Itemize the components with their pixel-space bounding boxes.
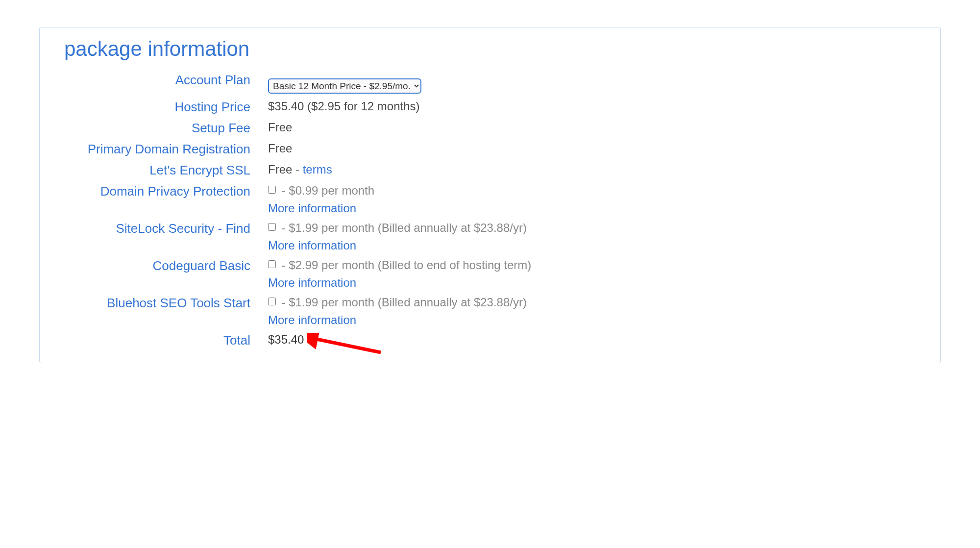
seo-tools-price: - $1.99 per month (Billed annually at $2…	[278, 296, 527, 309]
setup-fee-label: Setup Fee	[64, 119, 250, 136]
total-value: $35.40	[268, 333, 304, 346]
package-information-panel: package information Account Plan Basic 1…	[39, 27, 941, 363]
codeguard-checkbox[interactable]	[268, 260, 276, 268]
codeguard-value: - $2.99 per month (Billed to end of host…	[268, 256, 916, 290]
lets-encrypt-dash: -	[292, 163, 302, 176]
primary-domain-label: Primary Domain Registration	[64, 140, 250, 157]
sitelock-label: SiteLock Security - Find	[64, 219, 250, 236]
setup-fee-value: Free	[268, 119, 916, 134]
account-plan-label: Account Plan	[64, 71, 250, 88]
total-label: Total	[64, 331, 250, 348]
account-plan-select[interactable]: Basic 12 Month Price - $2.95/mo.	[268, 78, 421, 94]
seo-tools-checkbox[interactable]	[268, 298, 276, 305]
codeguard-more-info[interactable]: More information	[268, 276, 916, 290]
primary-domain-value: Free	[268, 140, 916, 155]
arrow-annotation-icon	[307, 333, 386, 357]
seo-tools-value: - $1.99 per month (Billed annually at $2…	[268, 294, 916, 327]
lets-encrypt-terms-link[interactable]: terms	[303, 163, 332, 176]
sitelock-more-info[interactable]: More information	[268, 239, 916, 252]
hosting-price-label: Hosting Price	[64, 98, 250, 115]
seo-tools-more-info[interactable]: More information	[268, 313, 916, 327]
panel-title: package information	[64, 37, 916, 61]
lets-encrypt-label: Let's Encrypt SSL	[64, 161, 250, 178]
lets-encrypt-value: Free - terms	[268, 161, 916, 176]
codeguard-label: Codeguard Basic	[64, 256, 250, 274]
seo-tools-label: Bluehost SEO Tools Start	[64, 294, 250, 311]
sitelock-value: - $1.99 per month (Billed annually at $2…	[268, 219, 916, 252]
svg-line-1	[315, 339, 381, 352]
domain-privacy-checkbox[interactable]	[268, 186, 276, 194]
codeguard-price: - $2.99 per month (Billed to end of host…	[278, 258, 531, 272]
domain-privacy-more-info[interactable]: More information	[268, 201, 916, 215]
account-plan-value: Basic 12 Month Price - $2.95/mo.	[268, 71, 916, 94]
sitelock-price: - $1.99 per month (Billed annually at $2…	[278, 221, 527, 234]
package-form-grid: Account Plan Basic 12 Month Price - $2.9…	[64, 71, 916, 348]
sitelock-checkbox[interactable]	[268, 223, 276, 231]
lets-encrypt-free: Free	[268, 163, 292, 176]
hosting-price-value: $35.40 ($2.95 for 12 months)	[268, 98, 916, 113]
total-value-cell: $35.40	[268, 331, 916, 347]
domain-privacy-price: - $0.99 per month	[278, 184, 374, 197]
domain-privacy-value: - $0.99 per month More information	[268, 182, 916, 215]
domain-privacy-label: Domain Privacy Protection	[64, 182, 250, 199]
